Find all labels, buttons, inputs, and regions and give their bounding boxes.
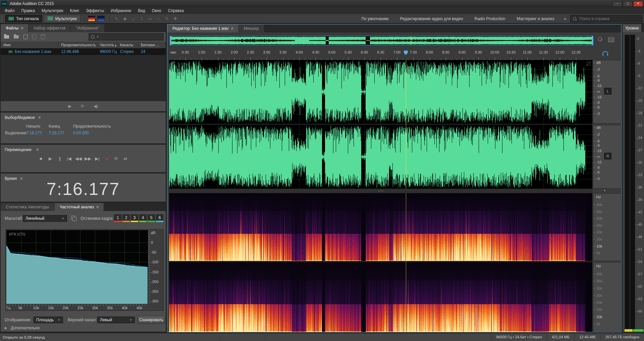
transport-rewind-button[interactable]: ◀◀ bbox=[75, 156, 82, 161]
wave-corner-icon[interactable] bbox=[171, 62, 175, 66]
selection-end[interactable]: 7:16.177 bbox=[49, 131, 64, 135]
workspace-overflow-button[interactable]: » bbox=[560, 16, 570, 21]
levels-tab[interactable]: Уровни bbox=[623, 24, 642, 32]
overview-canvas[interactable] bbox=[170, 36, 593, 45]
freeze-frame-button-5[interactable]: 5 bbox=[148, 214, 155, 222]
amplitude-ruler-right[interactable]: dB-3-6-9-15-∞-15-9-6-3R bbox=[593, 125, 621, 189]
transport-go-to-start-button[interactable]: |◀ bbox=[66, 156, 72, 161]
panel-menu-icon[interactable]: ≡ bbox=[36, 147, 39, 152]
waveform-display[interactable] bbox=[169, 60, 592, 189]
transport-pause-button[interactable]: ∥ bbox=[56, 156, 63, 161]
workspace-button-1[interactable]: По умолчанию bbox=[356, 16, 394, 21]
editor-options-icon[interactable] bbox=[608, 37, 614, 42]
level-meter[interactable] bbox=[625, 35, 635, 329]
files-column-2[interactable]: Продолжительность bbox=[58, 42, 97, 48]
waveform-overview[interactable] bbox=[170, 36, 593, 45]
paintbrush-tool-icon[interactable]: ✎ bbox=[163, 16, 171, 21]
files-tab-3[interactable]: "Избранное" bbox=[71, 24, 104, 32]
frequency-ruler-left[interactable]: Hz40k35k30k25k20k15k10k5k bbox=[593, 193, 621, 261]
file-row[interactable]: Без названия 1.wav 12:46.486 96000 Гц Ст… bbox=[1, 48, 166, 55]
files-column-4[interactable]: Каналы bbox=[117, 42, 138, 48]
top-channel-select[interactable]: Левый ▼ bbox=[97, 317, 135, 323]
move-tool-icon[interactable]: ⇖ bbox=[112, 16, 121, 21]
help-search[interactable] bbox=[570, 15, 643, 22]
workspace-button-4[interactable]: Мастеринг и анализ bbox=[511, 16, 560, 21]
panel-menu-icon[interactable]: ≡ bbox=[21, 26, 23, 30]
channel-badge-R[interactable]: R bbox=[604, 153, 611, 159]
files-column-1[interactable]: Имя bbox=[1, 42, 58, 48]
freeze-frame-button-3[interactable]: 3 bbox=[131, 214, 138, 222]
marquee-selection-tool-icon[interactable]: ▭ bbox=[146, 16, 154, 21]
menu-item-4[interactable]: Клип bbox=[67, 7, 83, 14]
scan-button[interactable]: Сканировать bbox=[138, 316, 165, 324]
panel-menu-icon[interactable]: ≡ bbox=[96, 205, 99, 209]
transport-skip-selection-button[interactable]: ⇄ bbox=[122, 156, 129, 161]
menu-item-5[interactable]: Эффекты bbox=[83, 7, 108, 14]
freeze-frame-button-4[interactable]: 4 bbox=[139, 214, 147, 222]
editor-tab-1[interactable]: Редактор: Без названия 1.wav≡ bbox=[167, 24, 239, 32]
spectral-display-toggle-icon[interactable] bbox=[88, 16, 95, 21]
scale-select[interactable]: Линейный ▼ bbox=[23, 215, 67, 222]
transport-record-button[interactable]: ● bbox=[103, 156, 110, 161]
help-search-input[interactable] bbox=[579, 16, 640, 21]
transport-play-button[interactable]: ▶ bbox=[47, 156, 54, 161]
open-file-icon[interactable] bbox=[4, 35, 9, 39]
menu-item-7[interactable]: Вид bbox=[135, 7, 149, 14]
transport-fast-forward-button[interactable]: ▶▶ bbox=[85, 156, 91, 161]
workspace-button-3[interactable]: Radio Production bbox=[469, 16, 511, 21]
files-column-3[interactable]: Частота ▲ bbox=[97, 42, 117, 48]
multitrack-button[interactable]: Мультитрек bbox=[44, 15, 80, 22]
menu-item-2[interactable]: Правка bbox=[18, 7, 39, 14]
transport-stop-button[interactable]: ■ bbox=[38, 156, 44, 161]
freeze-frame-button-6[interactable]: 6 bbox=[156, 214, 163, 222]
playhead-marker[interactable] bbox=[404, 51, 408, 55]
loop-playback-icon[interactable]: ⟳ bbox=[81, 104, 84, 109]
editor-tab-2[interactable]: Микшер bbox=[239, 24, 264, 32]
display-select[interactable]: Площадь ▼ bbox=[34, 317, 63, 323]
panel-menu-icon[interactable]: ≡ bbox=[38, 115, 41, 120]
timeline-ruler[interactable]: чмс 0:301:001:302:002:303:003:304:004:30… bbox=[169, 50, 592, 60]
freeze-frame-button-2[interactable]: 2 bbox=[122, 214, 130, 222]
freeze-frame-button-1[interactable]: 1 bbox=[114, 214, 121, 222]
play-icon[interactable]: ▶ bbox=[68, 104, 71, 109]
advanced-label[interactable]: Дополнительно bbox=[11, 326, 40, 330]
amplitude-ruler-left[interactable]: dB-3-6-9-15-∞-15-9-6-3L bbox=[593, 60, 621, 124]
selection-start[interactable]: 7:16.177 bbox=[26, 131, 42, 135]
lasso-selection-tool-icon[interactable]: ○ bbox=[154, 16, 163, 21]
copy-graph-icon[interactable] bbox=[71, 216, 75, 220]
files-list[interactable]: Без названия 1.wav 12:46.486 96000 Гц Ст… bbox=[1, 48, 166, 101]
menu-item-9[interactable]: Справка bbox=[165, 7, 187, 14]
waveform-button[interactable]: Тип сигнала bbox=[5, 15, 42, 22]
overview-left-handle[interactable] bbox=[170, 36, 171, 45]
menu-item-3[interactable]: Мультитрек bbox=[38, 7, 66, 14]
ibeam-tool-icon[interactable]: I bbox=[138, 16, 146, 21]
auto-play-icon[interactable]: ◀) bbox=[94, 104, 98, 109]
import-file-icon[interactable] bbox=[14, 35, 19, 39]
razor-tool-icon[interactable]: ◆ bbox=[121, 16, 129, 21]
selection-duration[interactable]: 0:00.000 bbox=[73, 131, 89, 135]
zoom-tool-icon[interactable] bbox=[598, 37, 602, 42]
transport-loop-playback-button[interactable]: ⟳ bbox=[113, 156, 119, 161]
minimize-button[interactable]: — bbox=[612, 1, 622, 7]
close-button[interactable]: ✕ bbox=[633, 1, 643, 7]
wave-spectral-splitter[interactable]: • • • • bbox=[169, 189, 592, 193]
files-column-5[interactable]: Битовая ... bbox=[138, 42, 166, 48]
channel-badge-L[interactable]: L bbox=[604, 88, 611, 94]
analysis-tab-1[interactable]: Статистика Амплитуды bbox=[1, 203, 55, 211]
trash-icon[interactable] bbox=[41, 35, 45, 39]
search-caret-icon[interactable]: ▼ bbox=[96, 36, 99, 39]
menu-item-1[interactable]: Файл bbox=[1, 7, 18, 14]
files-search[interactable]: ▼ bbox=[89, 33, 164, 41]
maximize-button[interactable]: ▢ bbox=[623, 1, 633, 7]
wave-corner-icon[interactable] bbox=[587, 62, 591, 66]
headphones-icon[interactable] bbox=[602, 51, 608, 55]
transport-go-to-end-button[interactable]: ▶| bbox=[94, 156, 101, 161]
frequency-plot[interactable] bbox=[6, 230, 148, 304]
files-tab-1[interactable]: Файлы≡ bbox=[1, 24, 29, 32]
insert-multitrack-icon[interactable] bbox=[32, 35, 36, 39]
overview-right-handle[interactable] bbox=[592, 36, 593, 45]
menu-item-6[interactable]: Избранное bbox=[107, 7, 135, 14]
frequency-ruler-right[interactable]: Hz40k35k30k25k20k15k10k5k bbox=[593, 262, 621, 332]
splitter-arrow-icon[interactable]: ▼ bbox=[603, 189, 606, 192]
panel-menu-icon[interactable]: ≡ bbox=[231, 26, 233, 31]
